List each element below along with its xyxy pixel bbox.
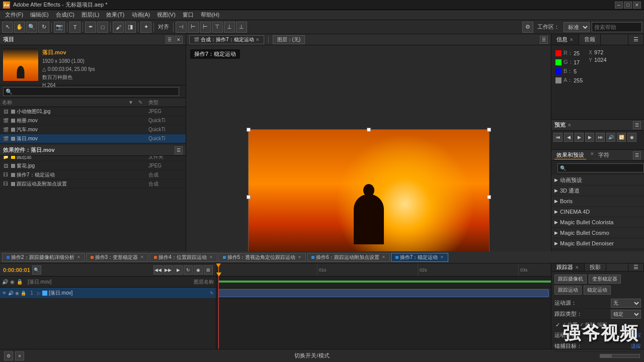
file-row-2[interactable]: 🎬汽车.movQuickTi — [0, 125, 186, 134]
menu-item-h[interactable]: 帮助(H) — [198, 11, 222, 19]
op-tab-close-2[interactable]: ✕ — [209, 255, 213, 259]
op-tab-0[interactable]: 操作2：跟踪摄像机详细分析✕ — [2, 253, 85, 262]
tracker-menu[interactable]: ☰ — [628, 263, 644, 271]
handle-top-right[interactable] — [487, 128, 491, 132]
timeline-next-btn[interactable]: ▶▶ — [164, 265, 173, 275]
tool-pen[interactable]: ✒ — [85, 22, 96, 33]
tool-clone[interactable]: ◨ — [125, 22, 136, 33]
tracker-tab-stabilize[interactable]: 投影 — [585, 263, 606, 271]
ram-preview-btn[interactable]: ◉ — [627, 133, 636, 142]
tool-arrow[interactable]: ↖ — [2, 22, 13, 33]
info-panel-menu[interactable]: ☰ — [628, 34, 644, 45]
workspace-select[interactable]: 标准 — [564, 22, 590, 32]
effects-tab-close[interactable]: ✕ — [590, 151, 594, 159]
effects-tab-char[interactable]: 字符 — [596, 151, 611, 159]
effects-menu[interactable]: ☰ — [633, 151, 641, 159]
tool-hand[interactable]: ✋ — [14, 22, 25, 33]
tracker-tab-close[interactable]: ✕ — [575, 265, 579, 270]
layer-row-1[interactable]: 👁 🔊 ◉ 🔒 1 ▷ [落日.mov] ✎ — [0, 288, 216, 299]
first-frame-btn[interactable]: ⏮ — [553, 133, 562, 142]
playhead[interactable] — [218, 263, 219, 276]
toggle-mode-btn[interactable]: 切换开关/模式 — [28, 352, 596, 359]
tool-text[interactable]: T — [69, 22, 80, 33]
menu-item-v[interactable]: 视图(V) — [154, 11, 179, 19]
op-tab-2[interactable]: 操作4：位置跟踪运动✕ — [149, 253, 217, 262]
info-tab-close[interactable]: ✕ — [570, 37, 574, 42]
file-row-3[interactable]: 🎬落日.movQuickTi — [0, 134, 186, 143]
close-button[interactable]: ✕ — [633, 2, 641, 9]
audio-btn[interactable]: 🔊 — [606, 133, 615, 142]
effect-group-header-4[interactable]: ▶Magic Bullet Colorista — [551, 217, 644, 227]
file-row-1[interactable]: 🎬相册.movQuickTi — [0, 116, 186, 125]
effect-group-header-5[interactable]: ▶Magic Bullet Cosmo — [551, 228, 644, 238]
warp-stabilizer-btn[interactable]: 变形稳定器 — [589, 275, 621, 284]
menu-item-e[interactable]: 编辑(E) — [27, 11, 52, 19]
project-search-input[interactable] — [3, 87, 179, 96]
align-bottom[interactable]: ⊥ — [236, 22, 247, 33]
effect-group-header-6[interactable]: ▶Magic Bullet Denoiser — [551, 238, 644, 248]
help-search[interactable] — [592, 22, 642, 32]
tool-shape[interactable]: □ — [97, 22, 108, 33]
workspace-icon[interactable]: ⚙ — [522, 22, 533, 33]
effects-tab-main[interactable]: 效果和预设 — [554, 151, 586, 159]
menu-item-l[interactable]: 图层(L) — [78, 11, 102, 19]
layer-tab[interactable]: 图层：(无) — [273, 35, 305, 44]
op-tab-close-3[interactable]: ✕ — [298, 255, 301, 259]
align-center-h[interactable]: ⊢ — [188, 22, 199, 33]
effect-group-header-2[interactable]: ▶Boris — [551, 196, 644, 206]
project-menu-btn[interactable]: ☰ — [166, 36, 174, 44]
tool-zoom[interactable]: 🔍 — [26, 22, 37, 33]
loop-btn[interactable]: 🔁 — [617, 133, 626, 142]
op-tab-4[interactable]: 操作6：跟踪运动附加点设置✕ — [307, 253, 390, 262]
handle-mid-left[interactable] — [247, 195, 251, 199]
op-tab-close-0[interactable]: ✕ — [77, 255, 80, 259]
timeline-play-btn[interactable]: ▶ — [174, 265, 183, 275]
comp-tab-active[interactable]: 🎬 合成：操作7：稳定运动 ✕ — [189, 35, 264, 44]
tool-paint[interactable]: 🖌 — [113, 22, 124, 33]
handle-mid-right[interactable] — [487, 195, 491, 199]
menu-item-f[interactable]: 文件(F) — [2, 11, 26, 19]
edit-label[interactable]: 编辑 — [597, 321, 607, 328]
track-camera-btn[interactable]: 跟踪摄像机 — [554, 275, 587, 284]
menu-item-a[interactable]: 动画(A) — [129, 11, 153, 19]
timeline-prev-btn[interactable]: ◀◀ — [153, 265, 163, 275]
align-right[interactable]: ⊢ — [200, 22, 211, 33]
project-close-btn[interactable]: ✕ — [175, 36, 183, 44]
info-tab-info[interactable]: 信息 ✕ — [551, 34, 579, 45]
timeline-zoom-slider[interactable] — [600, 354, 640, 358]
align-top[interactable]: ⊤ — [212, 22, 223, 33]
op-tab-close-4[interactable]: ✕ — [382, 255, 385, 259]
comp-settings-btn[interactable]: ⚙ — [4, 351, 13, 360]
tool-camera[interactable]: 📷 — [54, 22, 65, 33]
menu-item-c[interactable]: 合成(C) — [53, 11, 77, 19]
play-btn[interactable]: ▶ — [575, 133, 584, 142]
tracker-tab-main[interactable]: 跟踪器 ✕ — [551, 263, 585, 271]
prev-frame-btn[interactable]: ◀ — [564, 133, 573, 142]
timeline-settings-btn[interactable]: ≡ — [15, 351, 24, 360]
maximize-button[interactable]: □ — [624, 2, 632, 9]
next-frame-btn[interactable]: ▶ — [585, 133, 594, 142]
handle-top-left[interactable] — [247, 128, 251, 132]
op-tab-1[interactable]: 操作3：变形稳定器✕ — [86, 253, 149, 262]
tool-rotate[interactable]: ↻ — [38, 22, 49, 33]
timeline-export-btn[interactable]: ⊞ — [204, 265, 213, 275]
playhead-marker[interactable] — [216, 273, 221, 277]
motion-target-value[interactable]: 适应 — [631, 332, 641, 339]
handle-top-mid[interactable] — [367, 128, 371, 132]
preview-menu[interactable]: ☰ — [633, 121, 641, 129]
preview-tab-close[interactable]: ✕ — [568, 123, 572, 128]
effect-group-header-3[interactable]: ▶CINEMA 4D — [551, 207, 644, 217]
align-left[interactable]: ⊣ — [176, 22, 187, 33]
motion-source-select[interactable]: 无 — [611, 299, 641, 308]
op-tab-5[interactable]: 操作7：稳定运动✕ — [391, 253, 449, 262]
info-tab-audio[interactable]: 音频 — [579, 34, 601, 45]
stabilize-motion-btn[interactable]: 稳定运动 — [584, 286, 611, 295]
op-tab-3[interactable]: 操作5：透视边角定位跟踪运动✕ — [218, 253, 306, 262]
last-frame-btn[interactable]: ⏭ — [596, 133, 605, 142]
effects-search[interactable] — [557, 163, 644, 172]
tool-puppet[interactable]: ✦ — [140, 22, 151, 33]
track-motion-btn[interactable]: 跟踪运动 — [554, 286, 582, 295]
align-center-v[interactable]: ⊥ — [224, 22, 235, 33]
effect-group-header-0[interactable]: ▶动画预设 — [551, 175, 644, 185]
effect-controls-menu[interactable]: ☰ — [175, 146, 183, 154]
